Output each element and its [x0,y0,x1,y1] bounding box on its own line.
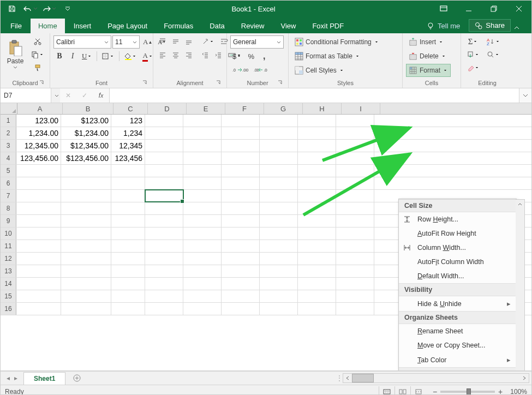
cell-A16[interactable] [16,303,61,315]
cell-H14[interactable] [298,278,336,290]
cell-H9[interactable] [298,215,336,227]
column-header-G[interactable]: G [264,103,303,114]
row-header-3[interactable]: 3 [1,140,16,152]
cell-F10[interactable] [222,228,260,240]
cell-B13[interactable] [61,265,111,277]
save-button[interactable] [4,1,20,16]
zoom-in-button[interactable]: + [498,387,503,395]
cell-I15[interactable] [336,290,374,302]
cell-A4[interactable]: 123,456.00 [16,152,61,164]
number-format-combo[interactable]: General [230,35,284,49]
column-header-B[interactable]: B [63,103,113,114]
row-header-13[interactable]: 13 [1,265,16,277]
cell-E3[interactable] [183,140,222,152]
tab-data[interactable]: Data [202,19,232,33]
fill-color-button[interactable] [122,50,139,62]
orientation-button[interactable] [199,35,217,47]
cell-H15[interactable] [298,290,336,302]
cell-F8[interactable] [222,202,260,214]
cell-D1[interactable] [145,115,183,127]
cell-F11[interactable] [222,240,260,252]
cell-A11[interactable] [16,240,61,252]
row-header-14[interactable]: 14 [1,278,16,290]
cell-H4[interactable] [298,152,336,164]
cell-B8[interactable] [61,202,111,214]
cell-F16[interactable] [222,303,260,315]
ribbon-display-options-button[interactable] [431,1,456,17]
font-size-combo[interactable]: 11 [112,35,140,49]
cell-E5[interactable] [183,165,222,177]
cell-B10[interactable] [61,228,111,240]
cell-C1[interactable]: 123 [111,115,145,127]
alignment-dialog-launcher[interactable] [216,80,222,86]
cell-H6[interactable] [298,177,336,189]
menu-scrollbar[interactable] [516,199,525,371]
row-header-4[interactable]: 4 [1,152,16,164]
cell-C6[interactable] [111,177,145,189]
column-header-I[interactable]: I [342,103,380,114]
cell-H7[interactable] [298,190,336,202]
percent-style-button[interactable]: % [245,50,257,62]
cell-F3[interactable] [222,140,260,152]
cell-C14[interactable] [111,278,145,290]
cell-D12[interactable] [145,253,183,265]
cell-I3[interactable] [336,140,374,152]
cell-H10[interactable] [298,228,336,240]
cell-D16[interactable] [145,303,183,315]
row-header-7[interactable]: 7 [1,190,16,202]
cell-G14[interactable] [260,278,298,290]
cell-B11[interactable] [61,240,111,252]
tab-review[interactable]: Review [234,19,272,33]
column-header-H[interactable]: H [303,103,342,114]
cell-G6[interactable] [260,177,298,189]
cell-C7[interactable] [111,190,145,202]
cell-D6[interactable] [145,177,183,189]
horizontal-scrollbar[interactable] [343,373,529,383]
row-header-8[interactable]: 8 [1,202,16,214]
increase-font-button[interactable]: A▲ [141,36,154,48]
cell-G8[interactable] [260,202,298,214]
expand-formula-bar-button[interactable] [519,88,531,103]
sort-filter-button[interactable]: AZ [484,35,503,47]
underline-button[interactable]: U [80,50,94,62]
cell-I14[interactable] [336,278,374,290]
cell-G16[interactable] [260,303,298,315]
cell-G2[interactable] [260,127,298,139]
cell-B16[interactable] [61,303,111,315]
font-name-combo[interactable]: Calibri [53,35,111,49]
cell-E1[interactable] [183,115,222,127]
tab-foxit-pdf[interactable]: Foxit PDF [304,19,351,33]
font-dialog-launcher[interactable] [142,80,148,86]
cell-B12[interactable] [61,253,111,265]
decrease-indent-button[interactable] [199,49,211,61]
cell-H16[interactable] [298,303,336,315]
cell-D9[interactable] [145,215,183,227]
align-top-button[interactable] [157,35,169,47]
cell-D8[interactable] [145,202,183,214]
cell-C3[interactable]: 12,345 [111,140,145,152]
cell-F15[interactable] [222,290,260,302]
cell-G10[interactable] [260,228,298,240]
cell-I13[interactable] [336,265,374,277]
cell-C4[interactable]: 123,456 [111,152,145,164]
cell-F7[interactable] [222,190,260,202]
cell-H8[interactable] [298,202,336,214]
cell-B14[interactable] [61,278,111,290]
cell-G15[interactable] [260,290,298,302]
cut-button[interactable] [29,35,46,47]
cell-I6[interactable] [336,177,374,189]
row-header-16[interactable]: 16 [1,303,16,315]
row-header-15[interactable]: 15 [1,290,16,302]
cell-C2[interactable]: 1,234 [111,127,145,139]
cell-B15[interactable] [61,290,111,302]
cell-A15[interactable] [16,290,61,302]
share-button[interactable]: Share [469,19,511,32]
cell-E12[interactable] [183,253,222,265]
autosum-button[interactable]: Σ [464,35,482,47]
copy-button[interactable] [29,49,46,61]
cell-E10[interactable] [183,228,222,240]
menu-item-default-width[interactable]: Default Width... [399,269,516,283]
page-layout-view-button[interactable] [394,386,410,395]
undo-button[interactable] [22,1,39,16]
format-cells-button[interactable]: Format [406,64,451,77]
